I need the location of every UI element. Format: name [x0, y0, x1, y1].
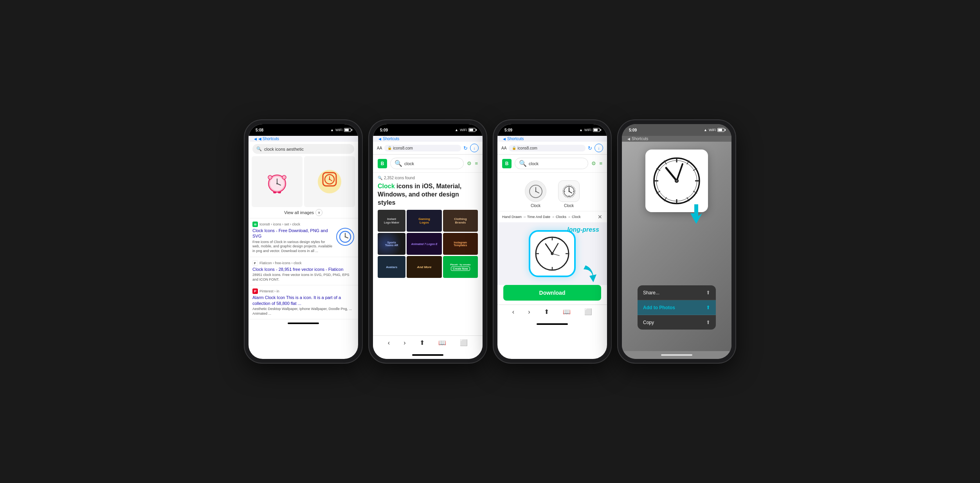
view-all-text: View all images: [284, 210, 314, 215]
nav-forward-2[interactable]: ›: [400, 339, 409, 347]
nav-bookmarks-2[interactable]: 📖: [435, 338, 449, 347]
svg-line-58: [677, 164, 683, 181]
arrow-context-svg: [690, 202, 712, 226]
context-share[interactable]: Share... ⬆: [638, 285, 716, 300]
ad-logo-maker[interactable]: InstantLogo Maker: [378, 210, 405, 232]
result-1: I8 Icons8 › icons › set › clock Clock Ic…: [249, 218, 358, 257]
search-bar-google[interactable]: 🔍 clock icons aesthetic: [252, 144, 354, 154]
search-text-2: clock: [404, 161, 414, 166]
reload-btn-3[interactable]: ↻: [588, 145, 592, 151]
context-add-photos[interactable]: Add to Photos ⬆: [638, 300, 716, 315]
shortcuts-bar-2: ◀ Shortcuts: [373, 136, 483, 142]
download-btn-browser-2[interactable]: ↓: [470, 144, 479, 152]
clock-label-1: Clock: [531, 204, 540, 208]
image-results: [249, 156, 358, 207]
browser-bar-2[interactable]: AA 🔒 icons8.com ↻ ↓: [373, 142, 483, 155]
source-3: P Pinterest › in: [252, 288, 354, 294]
found-count: 🔍 2,352 icons found: [378, 176, 478, 180]
icons8-main-2: 🔍 2,352 icons found Clock icons in iOS, …: [373, 173, 483, 335]
browser-url-2[interactable]: 🔒 icons8.com: [384, 145, 461, 151]
view-all-btn[interactable]: ∨: [315, 209, 322, 216]
menu-icon-2[interactable]: ≡: [475, 160, 478, 166]
title-green: Clock: [378, 183, 395, 189]
share-icon: ⬆: [706, 290, 710, 296]
svg-point-6: [282, 175, 286, 179]
ad-avatars[interactable]: Avatars: [378, 256, 405, 278]
svg-text:F: F: [254, 261, 256, 265]
reload-btn-2[interactable]: ↻: [463, 145, 468, 151]
time-2: 5:09: [380, 128, 388, 132]
lock-icon-2: 🔒: [387, 146, 392, 150]
result-title-1[interactable]: Clock Icons - Free Download, PNG and SVG: [252, 228, 333, 239]
nav-share-3[interactable]: ⬆: [541, 307, 552, 316]
home-indicator-4: [622, 351, 731, 359]
result-desc-2: 28951 clock icons. Free vector icons in …: [252, 273, 354, 282]
nav-share-2[interactable]: ⬆: [416, 338, 428, 347]
flaticon-icon: F: [252, 260, 258, 266]
browser-aa-2[interactable]: AA: [377, 146, 382, 150]
status-icons-1: ▲ WiFi: [330, 128, 351, 132]
nav-tabs-2[interactable]: ⬜: [457, 338, 471, 347]
bottom-nav-3: ‹ › ⬆ 📖 ⬜: [497, 305, 607, 320]
browser-aa-3[interactable]: AA: [501, 146, 506, 150]
ad-more[interactable]: And More: [407, 256, 441, 278]
filter-icon-2[interactable]: ⚙: [467, 160, 472, 166]
svg-rect-7: [273, 191, 276, 193]
download-button[interactable]: Download: [503, 285, 601, 301]
status-bar-2: 5:09 ▲ WiFi: [373, 124, 483, 136]
result-title-2[interactable]: Clock Icons - 28,951 free vector icons -…: [252, 267, 354, 272]
nav-forward-3[interactable]: ›: [525, 308, 533, 316]
selected-clock-img[interactable]: [529, 230, 576, 277]
source-2: F Flaticon › free-icons › clock: [252, 260, 354, 266]
clock-item-1[interactable]: Clock: [525, 180, 546, 208]
shortcuts-label-1: ◀ Shortcuts: [258, 137, 279, 141]
phones-container: 5:08 ▲ WiFi ◀ ◀ Shortcuts 🔍 clock icons …: [245, 120, 735, 363]
shortcuts-label-4: Shortcuts: [632, 137, 648, 141]
ad-clothing[interactable]: ClothingBrands: [443, 210, 478, 232]
status-icons-3: ▲ WiFi: [579, 128, 600, 132]
clock-image-1[interactable]: [252, 156, 303, 207]
search-box-2[interactable]: 🔍 clock: [390, 158, 464, 169]
nav-bookmarks-3[interactable]: 📖: [560, 307, 574, 316]
selected-icon-area: long-press: [497, 222, 607, 285]
result-desc-3: Aesthetic Desktop Wallpaper, Iphone Wall…: [252, 307, 354, 316]
browser-bar-3[interactable]: AA 🔒 icons8.com ↻ ↓: [497, 142, 607, 155]
close-breadcrumb[interactable]: ✕: [598, 214, 602, 220]
result-2: F Flaticon › free-icons › clock Clock Ic…: [249, 257, 358, 286]
browser-url-3[interactable]: 🔒 icons8.com: [509, 145, 585, 151]
status-bar-4: 5:09 ▲ WiFi: [622, 124, 731, 136]
ad-instagram[interactable]: InstagramTemplates: [443, 233, 478, 255]
download-btn-browser-3[interactable]: ↓: [594, 144, 603, 152]
ad-gaming[interactable]: GamingLogos: [407, 210, 441, 232]
nav-back-2[interactable]: ‹: [385, 339, 393, 347]
url-text-3: icons8.com: [517, 146, 537, 150]
result-title-3[interactable]: Alarm Clock Icon This is a icon. It is a…: [252, 295, 354, 306]
search-box-3[interactable]: 🔍 clock: [515, 158, 588, 169]
share-label: Share...: [643, 290, 659, 296]
context-copy[interactable]: Copy ⬆: [638, 315, 716, 330]
ad-animated[interactable]: Animated 7 Logos E: [407, 233, 441, 255]
svg-point-29: [568, 191, 569, 192]
clock-image-2[interactable]: [304, 156, 355, 207]
nav-back-3[interactable]: ‹: [509, 308, 517, 316]
filter-icon-3[interactable]: ⚙: [591, 160, 596, 166]
shortcuts-label-3: Shortcuts: [507, 137, 524, 141]
lock-icon-3: 🔒: [512, 146, 516, 150]
svg-point-9: [318, 170, 341, 193]
menu-icon-3[interactable]: ≡: [599, 160, 602, 166]
status-bar-3: 5:09 ▲ WiFi: [497, 124, 607, 136]
ad-placeit[interactable]: Placeit · by envato Create Now: [443, 256, 478, 278]
view-all-images[interactable]: View all images ∨: [249, 207, 358, 218]
shortcuts-bar-3: ◀ Shortcuts: [497, 136, 607, 142]
time-3: 5:09: [504, 128, 512, 132]
source-text-2: Flaticon › free-icons › clock: [259, 261, 302, 265]
main-title: Clock icons in iOS, Material, Windows, a…: [378, 182, 478, 207]
clock-item-2[interactable]: Clock: [558, 180, 580, 208]
source-text-1: Icons8 › icons › set › clock: [259, 222, 300, 226]
nav-tabs-3[interactable]: ⬜: [581, 307, 595, 316]
ad-sports[interactable]: SportsTeams AR: [378, 233, 405, 255]
add-photos-label: Add to Photos: [643, 305, 675, 310]
svg-line-42: [552, 254, 559, 256]
long-press-label: long-press: [567, 226, 599, 233]
icons8-logo-2: B: [378, 159, 387, 168]
